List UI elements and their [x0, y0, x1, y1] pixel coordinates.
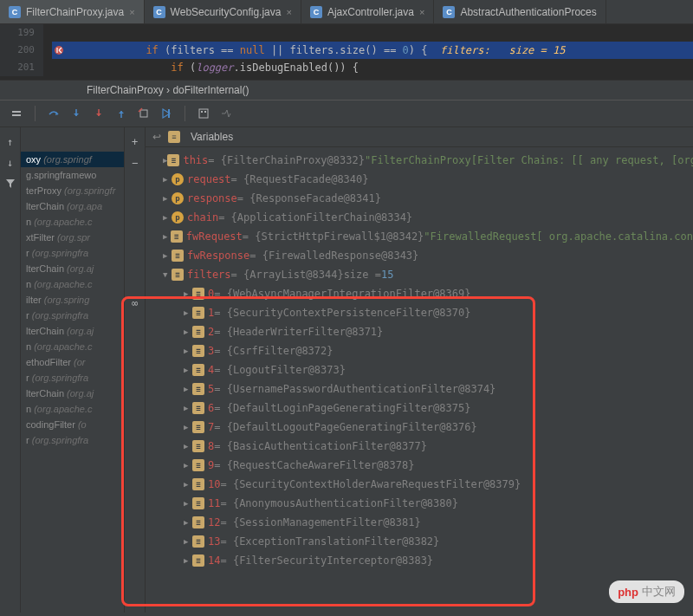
tab-filterchainproxy[interactable]: C FilterChainProxy.java × — [0, 0, 145, 23]
stack-frame[interactable]: lterChain (org.aj — [21, 386, 124, 401]
tab-websecurityconfig[interactable]: C WebSecurityConfig.java × — [145, 0, 301, 23]
expand-icon[interactable]: ▶ — [184, 343, 192, 359]
expand-icon[interactable]: ▶ — [184, 496, 192, 511]
svg-rect-3 — [140, 110, 147, 117]
variable-row-filters[interactable]: ▼ ≡ filters = {ArrayList@8344} size = 15 — [146, 265, 693, 284]
drop-frame-icon[interactable] — [134, 104, 153, 123]
filter-item[interactable]: ▶ ≡ 10 = {SecurityContextHolderAwareRequ… — [146, 475, 693, 494]
param-icon: p — [172, 173, 184, 185]
stack-frame[interactable]: r (org.springfra — [21, 245, 124, 261]
tab-ajaxcontroller[interactable]: C AjaxController.java × — [301, 0, 435, 23]
editor-tabs: C FilterChainProxy.java × C WebSecurityC… — [0, 0, 693, 24]
remove-watch-icon[interactable]: − — [126, 153, 145, 172]
filter-item[interactable]: ▶ ≡ 2 = {HeaderWriterFilter@8371} — [146, 322, 693, 341]
filter-item[interactable]: ▶ ≡ 9 = {RequestCacheAwareFilter@8378} — [146, 456, 693, 475]
stack-frame[interactable]: ethodFilter (or — [21, 354, 124, 370]
variable-row[interactable]: ▶ p chain = {ApplicationFilterChain@8334… — [146, 208, 693, 227]
force-step-into-icon[interactable] — [89, 104, 108, 123]
filter-item[interactable]: ▶ ≡ 1 = {SecurityContextPersistenceFilte… — [146, 303, 693, 322]
trace-icon[interactable] — [217, 104, 236, 123]
filter-item[interactable]: ▶ ≡ 7 = {DefaultLogoutPageGeneratingFilt… — [146, 418, 693, 437]
close-icon[interactable]: × — [419, 7, 424, 17]
variable-row[interactable]: ▶ ≡ fwRequest = {StrictHttpFirewall$1@83… — [146, 227, 693, 246]
tab-abstractauth[interactable]: C AbstractAuthenticationProces — [434, 0, 606, 23]
stack-frame[interactable]: r (org.springfra — [21, 370, 124, 386]
object-icon: ≡ — [192, 288, 204, 300]
expand-icon[interactable]: ▶ — [184, 362, 192, 378]
expand-icon[interactable]: ▶ — [184, 400, 192, 416]
expand-icon[interactable]: ▶ — [184, 534, 192, 549]
stack-frame[interactable]: ilter (org.spring — [21, 292, 124, 308]
glasses-icon[interactable]: ∞ — [126, 294, 145, 313]
filter-item[interactable]: ▶ ≡ 6 = {DefaultLoginPageGeneratingFilte… — [146, 399, 693, 418]
show-execution-point-icon[interactable] — [7, 104, 26, 123]
expand-icon[interactable]: ▶ — [163, 248, 172, 263]
expand-icon[interactable]: ▶ — [184, 286, 192, 302]
filter-item[interactable]: ▶ ≡ 11 = {AnonymousAuthenticationFilter@… — [146, 494, 693, 513]
stack-frame[interactable]: terProxy (org.springfr — [21, 183, 124, 198]
step-out-icon[interactable] — [112, 104, 131, 123]
stack-frame[interactable]: n (org.apache.c — [21, 339, 124, 354]
variable-row[interactable]: ▶ ≡ fwResponse = {FirewalledResponse@834… — [146, 246, 693, 265]
stack-frame[interactable]: g.springframewo — [21, 167, 124, 183]
filter-item[interactable]: ▶ ≡ 14 = {FilterSecurityInterceptor@8383… — [146, 551, 693, 570]
evaluate-expression-icon[interactable] — [194, 104, 213, 123]
filter-item[interactable]: ▶ ≡ 0 = {WebAsyncManagerIntegrationFilte… — [146, 284, 693, 303]
filter-icon[interactable] — [1, 174, 20, 193]
add-watch-icon[interactable]: + — [126, 133, 145, 152]
param-icon: p — [172, 192, 184, 204]
stack-frame[interactable]: n (org.apache.c — [21, 276, 124, 292]
frames-panel[interactable]: oxy (org.springfg.springframewo terProxy… — [21, 127, 125, 613]
expand-icon[interactable]: ▶ — [184, 553, 192, 568]
stack-frame[interactable]: r (org.springfra — [21, 432, 124, 448]
breadcrumb[interactable]: FilterChainProxy › doFilterInternal() — [0, 80, 693, 100]
stack-frame[interactable]: n (org.apache.c — [21, 401, 124, 417]
expand-icon[interactable]: ▶ — [184, 305, 192, 321]
expand-icon[interactable]: ▶ — [163, 229, 171, 244]
expand-icon[interactable]: ▶ — [163, 210, 172, 225]
filter-item[interactable]: ▶ ≡ 12 = {SessionManagementFilter@8381} — [146, 513, 693, 532]
breakpoint-icon[interactable] — [54, 45, 64, 55]
variables-tree[interactable]: ▶ ≡ this = {FilterChainProxy@8332} "Filt… — [146, 147, 693, 574]
stack-frame[interactable]: r (org.springfra — [21, 308, 124, 323]
close-icon[interactable]: × — [129, 7, 134, 17]
run-to-cursor-icon[interactable] — [157, 104, 176, 123]
filter-item[interactable]: ▶ ≡ 13 = {ExceptionTranslationFilter@838… — [146, 532, 693, 551]
expand-icon[interactable]: ▶ — [184, 324, 192, 340]
step-over-icon[interactable] — [44, 104, 63, 123]
expand-icon[interactable]: ▶ — [184, 381, 192, 397]
code-editor[interactable]: 199 200 201 if (filters == null || filte… — [0, 24, 693, 80]
down-icon[interactable]: ↓ — [1, 153, 20, 172]
expand-icon[interactable]: ▶ — [163, 191, 172, 206]
close-icon[interactable]: × — [286, 7, 291, 17]
stack-frame[interactable]: codingFilter (o — [21, 417, 124, 432]
expand-icon[interactable]: ▶ — [163, 172, 172, 187]
filter-item[interactable]: ▶ ≡ 8 = {BasicAuthenticationFilter@8377} — [146, 437, 693, 456]
up-icon[interactable]: ↑ — [1, 133, 20, 152]
tab-label: AbstractAuthenticationProces — [460, 6, 596, 18]
stack-frame[interactable]: lterChain (org.aj — [21, 261, 124, 276]
stack-frame[interactable]: lterChain (org.aj — [21, 323, 124, 339]
line-number: 199 — [0, 24, 35, 42]
variable-row[interactable]: ▶ ≡ this = {FilterChainProxy@8332} "Filt… — [146, 151, 693, 170]
stack-frame[interactable]: xtFilter (org.spr — [21, 230, 124, 245]
filter-item[interactable]: ▶ ≡ 3 = {CsrfFilter@8372} — [146, 341, 693, 360]
stack-frame[interactable]: lterChain (org.apa — [21, 198, 124, 214]
stack-frame[interactable]: oxy (org.springf — [21, 152, 124, 167]
collapse-icon[interactable]: ▼ — [163, 267, 172, 282]
filter-item[interactable]: ▶ ≡ 5 = {UsernamePasswordAuthenticationF… — [146, 379, 693, 399]
stack-frame[interactable]: n (org.apache.c — [21, 214, 124, 230]
variable-row[interactable]: ▶ p request = {RequestFacade@8340} — [146, 170, 693, 189]
expand-icon[interactable]: ▶ — [184, 477, 192, 492]
watermark-text: 中文网 — [642, 584, 676, 600]
tab-label: WebSecurityConfig.java — [171, 6, 282, 18]
expand-icon[interactable]: ▶ — [184, 515, 192, 530]
restore-layout-icon[interactable]: ↩ — [152, 131, 161, 143]
expand-icon[interactable]: ▶ — [184, 419, 192, 435]
expand-icon[interactable]: ▶ — [184, 438, 192, 454]
java-class-icon: C — [310, 6, 322, 18]
expand-icon[interactable]: ▶ — [184, 457, 192, 473]
filter-item[interactable]: ▶ ≡ 4 = {LogoutFilter@8373} — [146, 360, 693, 379]
step-into-icon[interactable] — [67, 104, 86, 123]
variable-row[interactable]: ▶ p response = {ResponseFacade@8341} — [146, 189, 693, 208]
